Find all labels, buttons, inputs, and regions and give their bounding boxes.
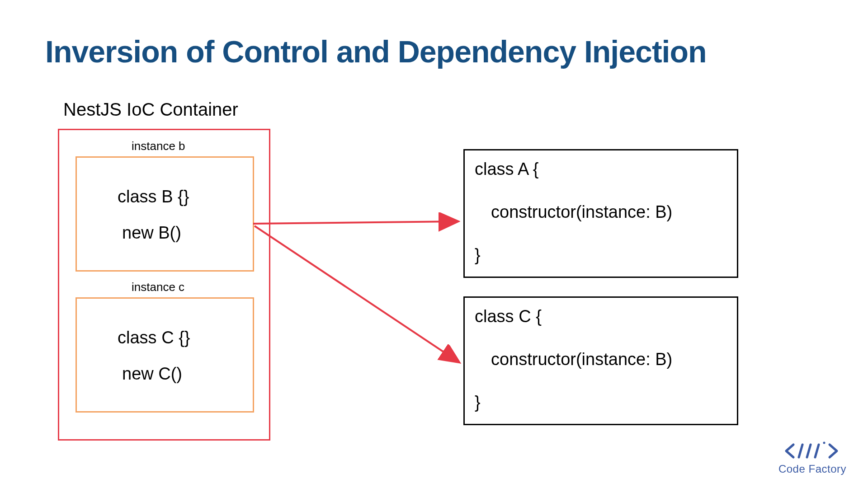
- code-factory-logo: Code Factory: [778, 439, 846, 475]
- class-a-header: class A {: [475, 160, 539, 179]
- svg-line-1: [799, 445, 802, 457]
- arrow-b-to-a: [253, 221, 457, 224]
- instance-c-label: instance c: [132, 280, 184, 294]
- class-a-box: class A { constructor(instance: B) }: [463, 149, 738, 278]
- instance-c-class-decl: class C {}: [118, 328, 190, 347]
- svg-point-4: [823, 442, 825, 444]
- ioc-container-label: NestJS IoC Container: [63, 99, 238, 120]
- instance-b-class-decl: class B {}: [118, 187, 189, 206]
- instance-c-box: class C {} new C(): [75, 297, 254, 413]
- class-c-constructor: constructor(instance: B): [491, 350, 672, 369]
- svg-line-2: [807, 445, 811, 457]
- instance-c-new-expr: new C(): [122, 364, 182, 384]
- svg-line-3: [815, 445, 819, 457]
- class-c-closer: }: [475, 393, 481, 412]
- instance-b-box: class B {} new B(): [75, 156, 254, 272]
- class-c-box: class C { constructor(instance: B) }: [463, 296, 738, 425]
- class-c-header: class C {: [475, 307, 542, 326]
- class-a-closer: }: [475, 245, 481, 265]
- logo-text: Code Factory: [778, 463, 846, 475]
- class-a-constructor: constructor(instance: B): [491, 202, 672, 222]
- logo-icon: [778, 439, 846, 461]
- instance-b-label: instance b: [132, 139, 185, 153]
- ioc-container-box: instance b class B {} new B() instance c…: [58, 129, 270, 441]
- arrow-b-to-c: [255, 226, 458, 361]
- page-title: Inversion of Control and Dependency Inje…: [45, 34, 707, 69]
- instance-b-new-expr: new B(): [122, 223, 181, 243]
